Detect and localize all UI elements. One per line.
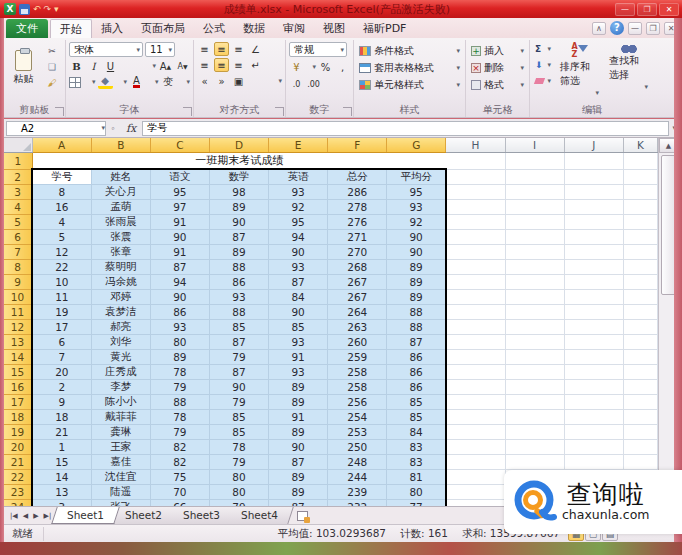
- cell[interactable]: [505, 335, 564, 350]
- copy-button[interactable]: ❏: [44, 60, 60, 74]
- cell[interactable]: 93: [269, 365, 328, 380]
- cell[interactable]: 16: [32, 200, 91, 215]
- number-dialog-launcher[interactable]: [343, 107, 352, 116]
- cell[interactable]: 239: [328, 485, 387, 500]
- underline-button[interactable]: U: [103, 59, 118, 73]
- tab-视图[interactable]: 视图: [314, 19, 354, 38]
- cell[interactable]: 89: [387, 290, 446, 305]
- tab-file[interactable]: 文件: [6, 19, 48, 38]
- cell[interactable]: 孟萌: [91, 200, 150, 215]
- wrap-text-icon[interactable]: ↵: [248, 58, 263, 72]
- cell[interactable]: [564, 200, 623, 215]
- cell[interactable]: 271: [328, 230, 387, 245]
- cell[interactable]: [564, 350, 623, 365]
- cell[interactable]: 70: [150, 485, 209, 500]
- cell[interactable]: 22: [32, 260, 91, 275]
- cell[interactable]: 95: [387, 185, 446, 200]
- header-cell[interactable]: 英语: [269, 169, 328, 185]
- cell[interactable]: [564, 320, 623, 335]
- cell[interactable]: 关心月: [91, 185, 150, 200]
- cell[interactable]: [446, 260, 505, 275]
- cell[interactable]: 93: [150, 320, 209, 335]
- cell[interactable]: 259: [328, 350, 387, 365]
- fill-button[interactable]: ⬇▾: [535, 58, 551, 72]
- cell[interactable]: 91: [150, 245, 209, 260]
- cell[interactable]: 267: [328, 275, 387, 290]
- row-header-13[interactable]: 13: [4, 335, 32, 350]
- cell[interactable]: 90: [269, 440, 328, 455]
- name-box-dropdown-icon[interactable]: ▾: [98, 124, 105, 132]
- cell[interactable]: 90: [209, 215, 268, 230]
- cell[interactable]: 90: [150, 230, 209, 245]
- cell[interactable]: 263: [328, 320, 387, 335]
- row-header-3[interactable]: 3: [4, 185, 32, 200]
- cell[interactable]: [564, 365, 623, 380]
- shrink-font-button[interactable]: A▼: [175, 59, 190, 73]
- cell[interactable]: 88: [387, 320, 446, 335]
- cell[interactable]: [505, 320, 564, 335]
- row-header-21[interactable]: 21: [4, 455, 32, 470]
- tab-福昕PDF[interactable]: 福昕PDF: [354, 19, 415, 38]
- cell[interactable]: 庄秀成: [91, 365, 150, 380]
- header-cell[interactable]: 总分: [328, 169, 387, 185]
- cell[interactable]: [446, 305, 505, 320]
- cell[interactable]: 5: [32, 230, 91, 245]
- cell[interactable]: 267: [328, 290, 387, 305]
- cell[interactable]: 黄光: [91, 350, 150, 365]
- insert-cells-button[interactable]: + 插入▾: [469, 42, 526, 59]
- cell[interactable]: [505, 395, 564, 410]
- row-header-16[interactable]: 16: [4, 380, 32, 395]
- cell[interactable]: 90: [387, 230, 446, 245]
- cell[interactable]: 7: [32, 350, 91, 365]
- cell[interactable]: [623, 320, 657, 335]
- cell[interactable]: 嘉佳: [91, 455, 150, 470]
- cell[interactable]: 260: [328, 335, 387, 350]
- column-header-B[interactable]: B: [91, 138, 150, 153]
- cell[interactable]: [446, 455, 505, 470]
- column-header-C[interactable]: C: [150, 138, 209, 153]
- italic-button[interactable]: I: [86, 59, 101, 73]
- cell[interactable]: 93: [269, 185, 328, 200]
- cell[interactable]: 89: [269, 380, 328, 395]
- cell[interactable]: 龚琳: [91, 425, 150, 440]
- cell[interactable]: [505, 215, 564, 230]
- cell[interactable]: 94: [269, 230, 328, 245]
- sheet-tab-sheet1[interactable]: Sheet1: [52, 507, 121, 524]
- cell[interactable]: 郝亮: [91, 320, 150, 335]
- tab-数据[interactable]: 数据: [234, 19, 274, 38]
- cell[interactable]: [564, 305, 623, 320]
- cell[interactable]: [564, 335, 623, 350]
- cell[interactable]: 250: [328, 440, 387, 455]
- first-sheet-icon[interactable]: |◀: [8, 512, 20, 520]
- row-header-22[interactable]: 22: [4, 470, 32, 485]
- cell[interactable]: 19: [32, 305, 91, 320]
- cell[interactable]: [446, 200, 505, 215]
- cell[interactable]: [446, 275, 505, 290]
- cell[interactable]: 78: [209, 440, 268, 455]
- font-size-select[interactable]: 11▾: [145, 42, 175, 57]
- row-header-2[interactable]: 2: [4, 169, 32, 185]
- cell[interactable]: [564, 455, 623, 470]
- last-sheet-icon[interactable]: ▶|: [42, 512, 54, 520]
- cell[interactable]: [505, 455, 564, 470]
- cell[interactable]: 85: [269, 320, 328, 335]
- percent-format-icon[interactable]: %: [318, 60, 333, 74]
- cell[interactable]: [564, 440, 623, 455]
- column-header-J[interactable]: J: [564, 138, 623, 153]
- cell[interactable]: 264: [328, 305, 387, 320]
- cell[interactable]: 张雨晨: [91, 215, 150, 230]
- fill-color-button[interactable]: ◆: [98, 75, 113, 89]
- cell[interactable]: [505, 185, 564, 200]
- cell[interactable]: 91: [150, 215, 209, 230]
- cell[interactable]: 13: [32, 485, 91, 500]
- cell[interactable]: 92: [387, 215, 446, 230]
- cell[interactable]: 2: [32, 380, 91, 395]
- format-cells-button[interactable]: 格式▾: [469, 76, 526, 93]
- row-header-20[interactable]: 20: [4, 440, 32, 455]
- cell[interactable]: 邓婷: [91, 290, 150, 305]
- sort-filter-button[interactable]: AZ 排序和筛选 ▾: [557, 42, 602, 98]
- tab-插入[interactable]: 插入: [92, 19, 132, 38]
- cell[interactable]: [623, 365, 657, 380]
- cell[interactable]: 258: [328, 380, 387, 395]
- cell[interactable]: 86: [387, 350, 446, 365]
